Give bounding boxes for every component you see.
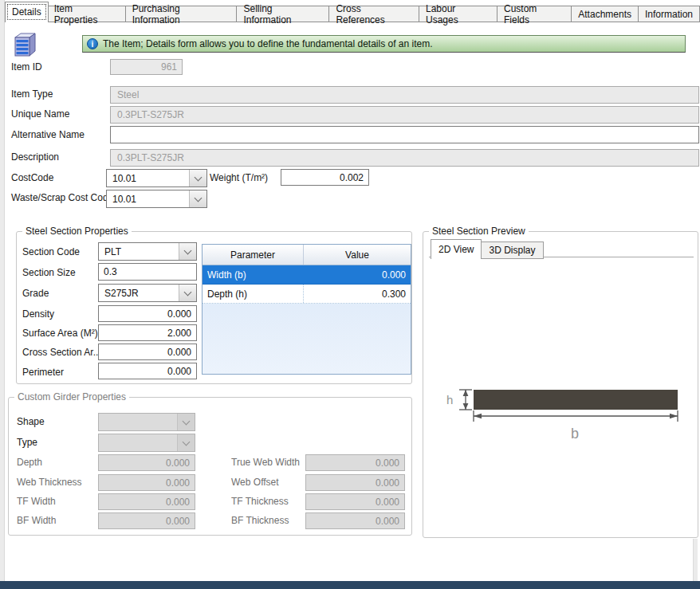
value-cell: 0.000	[304, 265, 411, 284]
item-id-field	[110, 59, 183, 75]
stacked-steel-item-icon	[10, 29, 37, 58]
section-size-label: Section Size	[22, 267, 76, 278]
width-dim-label: b	[571, 426, 579, 442]
tab-cross-references[interactable]: Cross References	[329, 6, 419, 22]
shape-value	[99, 414, 177, 430]
type-label: Type	[17, 437, 37, 448]
steel-section-preview-title: Steel Section Preview	[429, 226, 529, 237]
cross-section-area-field[interactable]	[98, 344, 197, 360]
chevron-down-icon[interactable]	[179, 285, 196, 301]
web-thickness-field	[98, 474, 195, 491]
bf-thickness-field	[305, 512, 405, 529]
parameter-table: Parameter Value Width (b) 0.000 Depth (h…	[202, 244, 411, 375]
weight-field[interactable]	[281, 169, 369, 186]
alternative-name-field[interactable]	[110, 126, 699, 143]
grade-value: S275JR	[99, 285, 179, 301]
value-cell: 0.300	[304, 285, 411, 303]
tab-purchasing-information-label: Purchasing Information	[132, 3, 230, 26]
tab-information-label: Information	[645, 9, 693, 20]
tab-details[interactable]: Details	[5, 2, 49, 22]
true-web-width-field	[305, 454, 405, 471]
shape-select	[98, 413, 195, 431]
cost-code-label: CostCode	[11, 172, 53, 183]
type-value	[99, 434, 177, 451]
table-row-width[interactable]: Width (b) 0.000	[203, 265, 411, 285]
parameter-column-header[interactable]: Parameter	[203, 245, 304, 265]
description-field	[110, 149, 699, 167]
unique-name-field	[110, 106, 699, 124]
chevron-down-icon	[177, 434, 195, 451]
value-column-header[interactable]: Value	[304, 245, 411, 265]
density-field[interactable]	[98, 305, 197, 322]
info-banner: i The Item; Details form allows you to d…	[82, 35, 686, 53]
depth-label: Depth	[17, 457, 42, 468]
tab-3d-display[interactable]: 3D Display	[482, 241, 543, 259]
section-preview-drawing: h b	[429, 365, 695, 453]
chevron-down-icon[interactable]	[179, 243, 196, 260]
cost-code-value: 10.01	[107, 170, 189, 187]
bottom-bar	[0, 581, 700, 589]
tf-width-field	[98, 493, 195, 510]
main-tabbar: Details Item Properties Purchasing Infor…	[5, 2, 700, 22]
tab-purchasing-information[interactable]: Purchasing Information	[126, 6, 238, 22]
bf-width-field	[98, 512, 195, 529]
alternative-name-label: Alternative Name	[11, 129, 85, 140]
grade-label: Grade	[22, 288, 49, 299]
item-details-window: Details Item Properties Purchasing Infor…	[0, 0, 700, 589]
tab-labour-usages[interactable]: Labour Usages	[419, 6, 497, 22]
item-id-label: Item ID	[11, 61, 42, 73]
section-code-label: Section Code	[22, 246, 80, 257]
steel-section-properties-title: Steel Section Properties	[22, 226, 132, 237]
tab-attachments-label: Attachments	[578, 9, 631, 20]
info-icon: i	[87, 38, 98, 49]
tab-custom-fields-label: Custom Fields	[504, 3, 564, 26]
window-left-gutter	[0, 0, 5, 589]
cost-code-select[interactable]: 10.01	[106, 169, 207, 187]
window-right-gutter	[693, 539, 698, 581]
tab-2d-view[interactable]: 2D View	[431, 239, 482, 259]
custom-girder-properties-title: Custom Girder Properties	[14, 391, 129, 402]
description-label: Description	[11, 151, 59, 163]
cross-section-area-label: Cross Section Ar...	[22, 347, 101, 358]
tab-attachments[interactable]: Attachments	[572, 6, 639, 22]
tab-labour-usages-label: Labour Usages	[426, 3, 490, 26]
tab-2d-view-label: 2D View	[438, 244, 474, 255]
chevron-down-icon[interactable]	[189, 170, 206, 187]
waste-cost-code-value: 10.01	[107, 190, 189, 207]
section-size-field[interactable]	[98, 263, 197, 281]
section-code-value: PLT	[99, 243, 179, 260]
surface-area-field[interactable]	[98, 324, 197, 341]
chevron-down-icon[interactable]	[189, 190, 206, 207]
parameter-cell: Depth (h)	[203, 285, 304, 303]
tf-thickness-field	[305, 493, 405, 510]
unique-name-label: Unique Name	[11, 108, 69, 120]
tab-3d-display-label: 3D Display	[489, 245, 535, 256]
tab-selling-information[interactable]: Selling Information	[237, 6, 329, 22]
bf-width-label: BF Width	[17, 515, 56, 526]
tab-details-label: Details	[12, 6, 41, 18]
tab-information[interactable]: Information	[639, 6, 700, 22]
parameter-cell: Width (b)	[203, 265, 304, 284]
web-offset-field	[305, 474, 405, 491]
perimeter-field[interactable]	[98, 363, 197, 379]
section-code-select[interactable]: PLT	[98, 242, 197, 261]
waste-cost-code-select[interactable]: 10.01	[106, 190, 207, 208]
tf-thickness-label: TF Thickness	[231, 496, 289, 507]
item-type-label: Item Type	[11, 88, 53, 100]
tf-width-label: TF Width	[17, 496, 56, 507]
preview-tabbar: 2D View 3D Display	[431, 239, 544, 259]
grade-select[interactable]: S275JR	[98, 284, 197, 302]
surface-area-label: Surface Area (M²)	[22, 328, 98, 339]
item-type-field	[110, 86, 699, 104]
chevron-down-icon	[177, 414, 195, 430]
tab-cross-references-label: Cross References	[336, 3, 412, 26]
waste-cost-code-label: Waste/Scrap Cost Code	[11, 192, 113, 203]
height-dim-label: h	[446, 393, 453, 406]
tab-item-properties[interactable]: Item Properties	[48, 6, 126, 22]
table-row-depth[interactable]: Depth (h) 0.300	[203, 285, 411, 304]
true-web-width-label: True Web Width	[231, 457, 300, 468]
tab-selling-information-label: Selling Information	[243, 3, 322, 26]
tab-custom-fields[interactable]: Custom Fields	[497, 6, 572, 22]
density-label: Density	[22, 308, 54, 320]
web-thickness-label: Web Thickness	[17, 477, 82, 488]
